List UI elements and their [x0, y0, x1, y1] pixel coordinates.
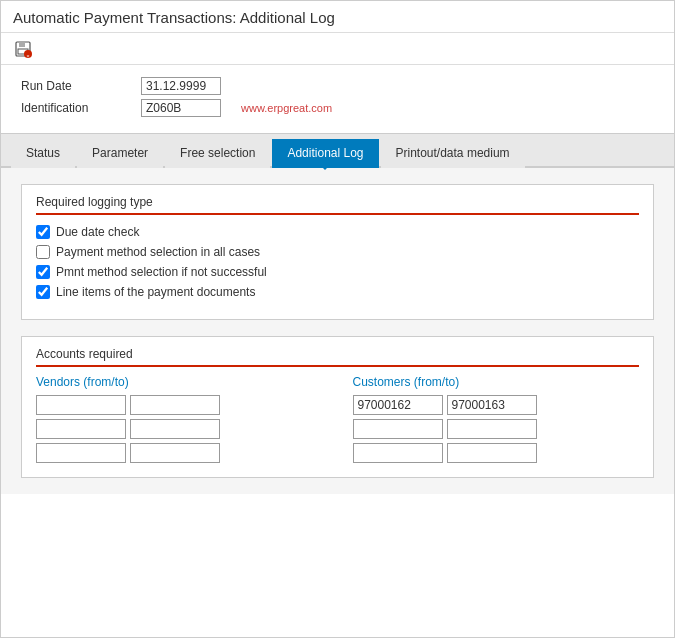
pmnt-method-checkbox[interactable] [36, 265, 50, 279]
identification-label: Identification [21, 101, 141, 115]
customer-from-3[interactable] [353, 443, 443, 463]
accounts-section-title: Accounts required [36, 347, 639, 367]
main-window: Automatic Payment Transactions: Addition… [0, 0, 675, 638]
vendor-to-1[interactable] [130, 395, 220, 415]
tab-additional-log[interactable]: Additional Log [272, 139, 378, 168]
customer-row-2 [353, 419, 640, 439]
accounts-columns: Vendors (from/to) [36, 375, 639, 463]
due-date-label: Due date check [56, 225, 139, 239]
customer-to-3[interactable] [447, 443, 537, 463]
customer-row-3 [353, 443, 640, 463]
vendor-to-2[interactable] [130, 419, 220, 439]
line-items-label: Line items of the payment documents [56, 285, 255, 299]
toolbar: × [1, 33, 674, 65]
vendor-row-1 [36, 395, 323, 415]
customers-inputs [353, 395, 640, 463]
vendor-from-1[interactable] [36, 395, 126, 415]
tab-status[interactable]: Status [11, 139, 75, 168]
title-bar: Automatic Payment Transactions: Addition… [1, 1, 674, 33]
vendor-row-3 [36, 443, 323, 463]
run-date-value: 31.12.9999 [141, 77, 221, 95]
customer-from-2[interactable] [353, 419, 443, 439]
tab-printout[interactable]: Printout/data medium [381, 139, 525, 168]
vendor-to-3[interactable] [130, 443, 220, 463]
line-items-check-row: Line items of the payment documents [36, 285, 639, 299]
vendor-from-2[interactable] [36, 419, 126, 439]
accounts-section: Accounts required Vendors (from/to) [21, 336, 654, 478]
due-date-checkbox[interactable] [36, 225, 50, 239]
run-date-row: Run Date 31.12.9999 [21, 77, 654, 95]
watermark-text: www.erpgreat.com [241, 102, 332, 114]
content-area: Required logging type Due date check Pay… [1, 168, 674, 494]
svg-rect-1 [19, 42, 25, 47]
tabs-bar: Status Parameter Free selection Addition… [1, 133, 674, 168]
svg-text:×: × [26, 52, 30, 58]
logging-section-title: Required logging type [36, 195, 639, 215]
tab-free-selection[interactable]: Free selection [165, 139, 270, 168]
customers-column: Customers (from/to) [353, 375, 640, 463]
vendor-row-2 [36, 419, 323, 439]
customer-to-2[interactable] [447, 419, 537, 439]
logging-section: Required logging type Due date check Pay… [21, 184, 654, 320]
form-section: Run Date 31.12.9999 Identification Z060B… [1, 65, 674, 129]
run-date-label: Run Date [21, 79, 141, 93]
save-button[interactable]: × [13, 39, 33, 59]
vendors-inputs [36, 395, 323, 463]
window-title: Automatic Payment Transactions: Addition… [13, 9, 662, 26]
vendors-header: Vendors (from/to) [36, 375, 323, 389]
tab-active-indicator [320, 165, 330, 170]
payment-method-checkbox[interactable] [36, 245, 50, 259]
customer-row-1 [353, 395, 640, 415]
payment-method-label: Payment method selection in all cases [56, 245, 260, 259]
pmnt-method-label: Pmnt method selection if not successful [56, 265, 267, 279]
identification-value: Z060B [141, 99, 221, 117]
due-date-check-row: Due date check [36, 225, 639, 239]
tab-parameter[interactable]: Parameter [77, 139, 163, 168]
vendors-column: Vendors (from/to) [36, 375, 323, 463]
pmnt-method-check-row: Pmnt method selection if not successful [36, 265, 639, 279]
customer-from-1[interactable] [353, 395, 443, 415]
identification-row: Identification Z060B www.erpgreat.com [21, 99, 654, 117]
payment-method-check-row: Payment method selection in all cases [36, 245, 639, 259]
vendor-from-3[interactable] [36, 443, 126, 463]
customers-header: Customers (from/to) [353, 375, 640, 389]
customer-to-1[interactable] [447, 395, 537, 415]
line-items-checkbox[interactable] [36, 285, 50, 299]
